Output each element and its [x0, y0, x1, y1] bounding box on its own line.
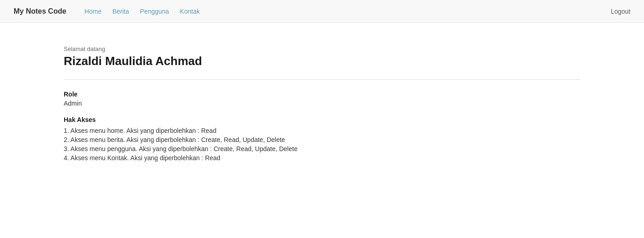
welcome-label: Selamat datang: [64, 46, 580, 52]
nav-links: Home Berita Pengguna Kontak: [85, 8, 611, 15]
role-value: Admin: [64, 100, 580, 107]
main-content: Selamat datang Rizaldi Maulidia Achmad R…: [0, 23, 644, 184]
role-label: Role: [64, 91, 580, 98]
nav-link-berita[interactable]: Berita: [112, 8, 129, 15]
hak-akses-item-3: 3. Akses menu pengguna. Aksi yang diperb…: [64, 145, 580, 152]
hak-akses-item-1: 1. Akses menu home. Aksi yang diperboleh…: [64, 127, 580, 134]
navbar: My Notes Code Home Berita Pengguna Konta…: [0, 0, 644, 23]
nav-link-home[interactable]: Home: [85, 8, 101, 15]
hak-akses-label: Hak Akses: [64, 116, 580, 123]
nav-brand[interactable]: My Notes Code: [14, 7, 66, 15]
logout-link[interactable]: Logout: [611, 8, 630, 15]
user-name: Rizaldi Maulidia Achmad: [64, 54, 580, 68]
hak-akses-item-2: 2. Akses menu berita. Aksi yang diperbol…: [64, 136, 580, 143]
hak-akses-item-4: 4. Akses menu Kontak. Aksi yang diperbol…: [64, 154, 580, 162]
divider: [64, 79, 580, 80]
hak-akses-list: 1. Akses menu home. Aksi yang diperboleh…: [64, 127, 580, 162]
nav-link-kontak[interactable]: Kontak: [180, 8, 200, 15]
nav-link-pengguna[interactable]: Pengguna: [140, 8, 169, 15]
